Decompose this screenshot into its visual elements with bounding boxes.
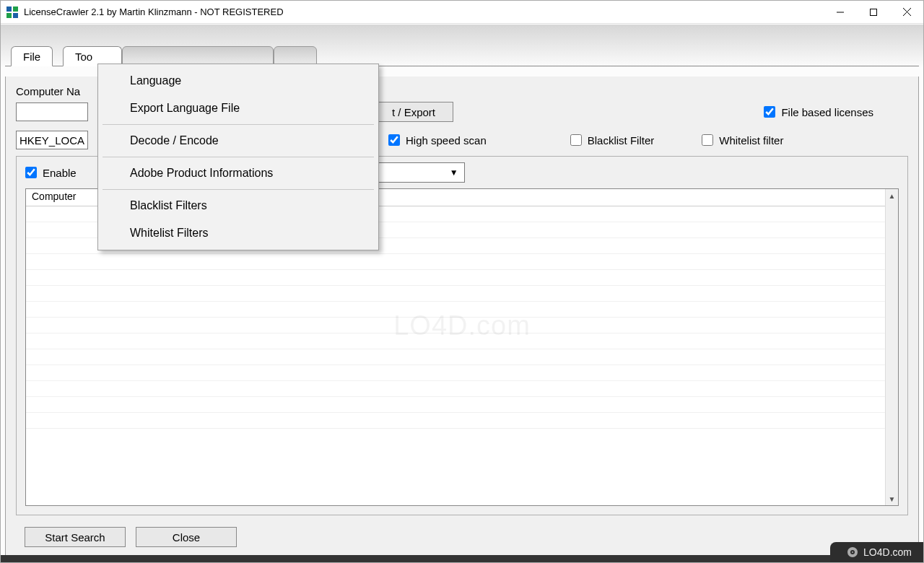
list-row [26, 270, 885, 286]
menubar: File Too Language Export Language File D… [5, 43, 919, 66]
bottom-buttons: Start Search Close [25, 527, 237, 547]
menu-separator [103, 124, 374, 125]
list-row [26, 302, 885, 318]
svg-rect-1 [871, 9, 877, 15]
titlebar: LicenseCrawler 2.1 by Martin Klinzmann -… [1, 1, 923, 24]
list-row [26, 349, 885, 365]
watermark-corner: LO4D.com [830, 542, 923, 562]
list-body[interactable] [26, 206, 885, 505]
bottom-bar [1, 555, 923, 562]
app-icon [6, 6, 18, 18]
computer-name-input[interactable] [16, 102, 88, 121]
scroll-down-icon[interactable]: ▼ [886, 492, 898, 505]
label-computer-name: Computer Na [16, 85, 80, 97]
maximize-button[interactable] [857, 1, 890, 24]
minimize-icon [837, 9, 844, 16]
menu-file[interactable]: File [11, 46, 53, 66]
menu-item-language[interactable]: Language [98, 67, 378, 95]
menu-item-decode-encode[interactable]: Decode / Encode [98, 127, 378, 154]
window-title: LicenseCrawler 2.1 by Martin Klinzmann -… [24, 6, 284, 17]
list-row [26, 413, 885, 429]
checkbox-high-speed-scan-input[interactable] [388, 134, 400, 146]
list-row [26, 381, 885, 397]
menu-item-blacklist-filters[interactable]: Blacklist Filters [98, 192, 378, 219]
vertical-scrollbar[interactable]: ▲ ▼ [885, 189, 898, 505]
menu-item-whitelist-filters[interactable]: Whitelist Filters [98, 219, 378, 247]
app-window: LicenseCrawler 2.1 by Martin Klinzmann -… [0, 0, 924, 563]
menu-file-label: File [23, 51, 40, 63]
close-window-button[interactable] [890, 1, 923, 24]
menu-item-export-language-file[interactable]: Export Language File [98, 95, 378, 122]
tools-dropdown: Language Export Language File Decode / E… [97, 64, 379, 250]
start-search-button[interactable]: Start Search [25, 527, 126, 547]
list-row [26, 318, 885, 333]
checkbox-blacklist-filter[interactable]: Blacklist Filter [570, 134, 655, 147]
menu-separator [103, 189, 374, 190]
menu-separator [103, 157, 374, 157]
import-export-button[interactable]: t / Export [374, 102, 453, 122]
checkbox-high-speed-scan[interactable]: High speed scan [388, 134, 487, 147]
window-controls [824, 1, 923, 24]
scroll-up-icon[interactable]: ▲ [886, 189, 898, 202]
checkbox-enable-input[interactable] [25, 167, 37, 178]
maximize-icon [870, 9, 877, 16]
checkbox-blacklist-filter-input[interactable] [570, 134, 582, 146]
checkbox-enable[interactable]: Enable [25, 167, 77, 179]
list-row [26, 254, 885, 270]
list-row [26, 397, 885, 413]
menu-item-adobe-product-informations[interactable]: Adobe Product Informations [98, 160, 378, 187]
list-row [26, 333, 885, 349]
close-icon [903, 8, 911, 16]
close-button[interactable]: Close [136, 527, 237, 547]
watermark-logo-icon [847, 547, 858, 557]
checkbox-file-based-licenses[interactable]: File based licenses [764, 106, 873, 118]
checkbox-whitelist-filter[interactable]: Whitelist filter [702, 134, 783, 147]
client-area: File Too Language Export Language File D… [1, 25, 923, 562]
checkbox-file-based-licenses-input[interactable] [764, 106, 775, 118]
menu-tools-label: Too [75, 51, 92, 63]
checkbox-whitelist-filter-input[interactable] [702, 134, 713, 146]
minimize-button[interactable] [824, 1, 857, 24]
list-row [26, 365, 885, 381]
list-row [26, 286, 885, 302]
registry-key-input[interactable] [16, 131, 88, 149]
column-2[interactable] [300, 189, 898, 206]
chevron-down-icon: ▼ [447, 167, 461, 178]
